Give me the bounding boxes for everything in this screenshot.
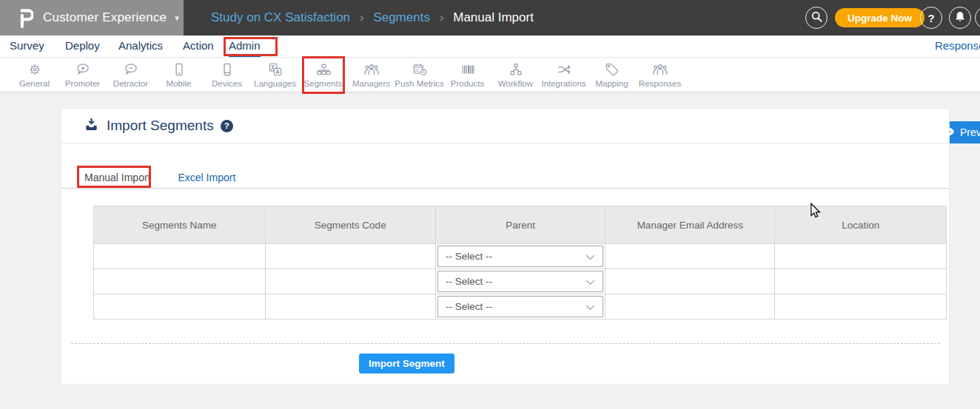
chevron-down-icon <box>585 300 595 314</box>
location-cell[interactable] <box>775 244 947 269</box>
toolbar-item-label: Managers <box>352 79 390 88</box>
segments-name-cell[interactable] <box>94 244 266 269</box>
shuffle-arrows-icon <box>556 61 572 78</box>
upgrade-now-button[interactable]: Upgrade Now <box>835 8 924 27</box>
toolbar-item-label: Segments <box>304 79 343 88</box>
manager-email-cell[interactable] <box>605 244 775 269</box>
tab-admin[interactable]: Admin <box>229 36 261 57</box>
toolbar-item-label: Push Metrics <box>395 79 443 88</box>
toolbar-item-label: Devices <box>212 79 242 88</box>
import-segment-button[interactable]: Import Segment <box>359 354 454 373</box>
tab-deploy[interactable]: Deploy <box>65 36 100 57</box>
responses-link[interactable]: Responses <box>935 36 980 57</box>
toolbar-item-label: Integrations <box>541 79 585 88</box>
chevron-down-icon <box>585 275 595 288</box>
mobile-phone-icon <box>171 61 187 78</box>
toolbar-item-label: Promoter <box>65 79 100 88</box>
parent-select[interactable]: -- Select -- <box>437 246 603 267</box>
parent-select[interactable]: -- Select -- <box>437 271 603 292</box>
breadcrumb-segments-link[interactable]: Segments <box>373 10 430 25</box>
toolbar-item-languages[interactable]: Languages <box>251 58 299 92</box>
chevron-down-icon <box>585 250 595 263</box>
segments-import-table: Segments Name Segments Code Parent Manag… <box>93 206 947 320</box>
toolbar-item-mobile[interactable]: Mobile <box>155 58 203 92</box>
toolbar-item-detractor[interactable]: Detractor <box>107 58 155 92</box>
parent-select[interactable]: -- Select -- <box>437 296 603 317</box>
search-button[interactable] <box>805 7 828 29</box>
table-row: -- Select -- <box>94 269 947 294</box>
parent-select-value: -- Select -- <box>446 251 492 262</box>
breadcrumb-survey-link[interactable]: Study on CX Satisfaction <box>211 10 350 25</box>
breadcrumb-current-page: Manual Import <box>453 10 534 25</box>
tab-excel-import[interactable]: Excel Import <box>178 167 235 188</box>
toolbar-item-general[interactable]: General <box>10 58 58 92</box>
people-group-icon <box>363 61 380 78</box>
toolbar-item-integrations[interactable]: Integrations <box>540 58 588 92</box>
preview-button-label: Preview <box>960 126 980 138</box>
questionpro-logo-icon <box>17 7 33 29</box>
people-group-icon <box>652 61 668 78</box>
segments-name-cell[interactable] <box>94 294 266 320</box>
admin-toolbar: General Promoter Detractor <box>0 58 980 92</box>
table-header-row: Segments Name Segments Code Parent Manag… <box>94 206 947 244</box>
divider <box>71 343 940 344</box>
manager-email-cell[interactable] <box>605 269 775 294</box>
toolbar-item-mapping[interactable]: Mapping <box>588 58 636 92</box>
column-header-manager-email: Manager Email Address <box>605 206 775 244</box>
location-cell[interactable] <box>775 294 947 320</box>
toolbar-item-label: Workflow <box>498 79 533 88</box>
segments-code-cell[interactable] <box>265 244 435 269</box>
bell-icon <box>955 11 965 25</box>
magnifier-icon <box>811 11 822 24</box>
toolbar-item-label: Mapping <box>595 79 628 88</box>
column-header-location: Location <box>775 206 947 244</box>
app-window: Customer Experience ▾ Study on CX Satisf… <box>0 0 980 409</box>
parent-select-value: -- Select -- <box>446 301 492 312</box>
tab-manual-import[interactable]: Manual Import <box>84 167 150 188</box>
toolbar-item-label: General <box>19 79 50 88</box>
toolbar-item-responses[interactable]: Responses <box>636 58 684 92</box>
chevron-down-icon: ▾ <box>175 13 179 23</box>
segments-code-cell[interactable] <box>265 294 435 320</box>
table-row: -- Select -- <box>94 294 947 320</box>
help-circle-icon[interactable]: ? <box>221 120 233 132</box>
toolbar-item-push-metrics[interactable]: 31 Push Metrics <box>395 58 443 92</box>
import-segments-panel: Import Segments ? Manual Import Excel Im… <box>61 108 950 385</box>
segments-name-cell[interactable] <box>94 269 266 294</box>
breadcrumb-separator-icon: › <box>440 12 443 24</box>
tab-survey[interactable]: Survey <box>10 36 44 57</box>
calendar-clock-icon: 31 <box>412 61 428 78</box>
toolbar-item-label: Detractor <box>113 79 148 88</box>
toolbar-item-devices[interactable]: Devices <box>203 58 251 92</box>
svg-text:31: 31 <box>415 68 419 72</box>
manager-email-cell[interactable] <box>605 294 775 320</box>
tab-analytics[interactable]: Analytics <box>118 36 163 57</box>
page-title: Import Segments <box>107 118 214 134</box>
toolbar-item-label: Products <box>451 79 484 88</box>
toolbar-item-promoter[interactable]: Promoter <box>58 58 107 92</box>
segments-code-cell[interactable] <box>265 269 435 294</box>
column-header-segments-code: Segments Code <box>265 206 435 244</box>
help-button[interactable]: ? <box>920 7 942 29</box>
parent-select-value: -- Select -- <box>446 276 492 287</box>
toolbar-item-label: Responses <box>639 79 682 88</box>
device-phone-icon <box>219 61 235 78</box>
org-chart-icon <box>315 61 332 78</box>
branch-icon <box>508 61 524 78</box>
translate-icon <box>267 61 283 78</box>
question-mark-icon: ? <box>927 13 934 24</box>
toolbar-item-workflow[interactable]: Workflow <box>491 58 540 92</box>
column-header-segments-name: Segments Name <box>94 206 266 244</box>
download-icon <box>84 118 98 134</box>
gear-icon <box>27 61 43 78</box>
speech-bubble-plus-icon <box>75 61 91 78</box>
toolbar-item-managers[interactable]: Managers <box>347 58 395 92</box>
notifications-button[interactable] <box>949 7 971 29</box>
tab-action[interactable]: Action <box>183 36 214 57</box>
barcode-icon <box>460 61 476 78</box>
toolbar-item-segments[interactable]: Segments <box>299 58 347 92</box>
toolbar-item-products[interactable]: Products <box>443 58 491 92</box>
product-switcher[interactable]: Customer Experience ▾ <box>0 0 184 36</box>
location-cell[interactable] <box>775 269 947 294</box>
column-header-parent: Parent <box>435 206 605 244</box>
